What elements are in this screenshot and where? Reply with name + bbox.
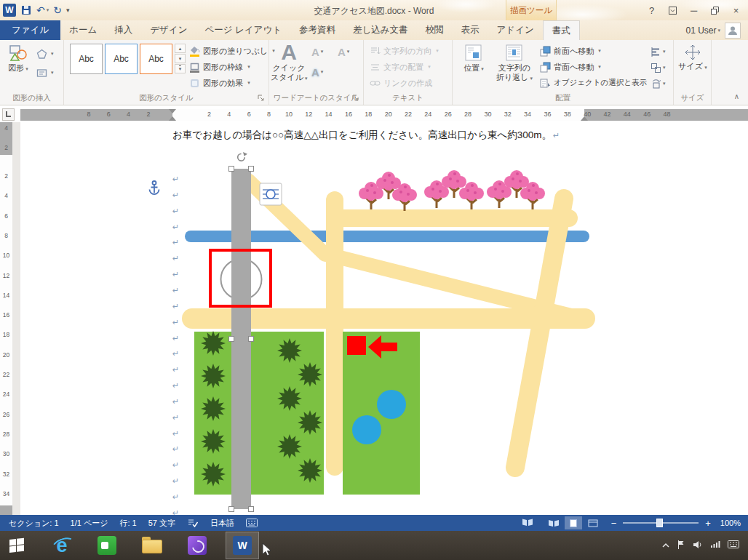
document-page[interactable]: お車でお越しの場合は○○高速△△出口をご利用ください。高速出口から東へ約300m… xyxy=(20,122,748,515)
print-layout-button[interactable] xyxy=(565,516,582,529)
touch-keyboard-icon[interactable] xyxy=(728,540,739,551)
gallery-down-button[interactable]: ▾ xyxy=(175,54,186,63)
ime-status-icon[interactable] xyxy=(240,519,263,527)
tab-file[interactable]: ファイル xyxy=(0,20,60,40)
status-page[interactable]: 1/1 ページ xyxy=(65,518,114,529)
taskbar-explorer-button[interactable] xyxy=(135,532,169,559)
resize-handle[interactable] xyxy=(229,507,234,512)
contextual-tab-header[interactable]: 描画ツール xyxy=(506,0,557,20)
shape-fill-button[interactable]: 図形の塗りつぶし▾ xyxy=(189,44,275,58)
tab-selector-button[interactable] xyxy=(2,108,15,121)
shape-style-preset-2[interactable]: Abc xyxy=(105,44,138,74)
collapse-ribbon-button[interactable]: ∧ xyxy=(734,92,739,100)
tab-表示[interactable]: 表示 xyxy=(453,20,488,40)
resize-handle[interactable] xyxy=(249,507,254,512)
book-icon[interactable] xyxy=(522,518,538,528)
start-button[interactable] xyxy=(0,531,33,560)
blue-circle-shape[interactable] xyxy=(377,390,406,419)
resize-handle[interactable] xyxy=(229,337,234,342)
hanging-indent-marker[interactable] xyxy=(169,116,176,121)
avatar[interactable] xyxy=(725,23,741,39)
blue-circle-shape[interactable] xyxy=(352,415,381,444)
ribbon-display-options-button[interactable] xyxy=(662,0,683,20)
rotate-objects-button[interactable]: ▾ xyxy=(650,75,666,92)
edit-shape-button[interactable]: ▾ xyxy=(36,46,61,62)
taskbar-purple-app-button[interactable] xyxy=(180,532,214,559)
volume-icon[interactable] xyxy=(693,540,703,551)
send-backward-button[interactable]: 背面へ移動▾ xyxy=(540,60,601,74)
action-center-flag-icon[interactable] xyxy=(677,540,685,552)
shape-effects-button[interactable]: 図形の効果▾ xyxy=(189,76,250,90)
minimize-button[interactable]: ─ xyxy=(683,0,704,20)
text-box-button[interactable]: ▾ xyxy=(36,65,61,81)
horizontal-ruler[interactable]: 8642246810121416182022242628303234363840… xyxy=(0,105,748,122)
save-button[interactable] xyxy=(20,4,32,16)
align-objects-button[interactable]: ▾ xyxy=(650,43,666,60)
spellcheck-icon[interactable] xyxy=(181,519,204,527)
tab-挿入[interactable]: 挿入 xyxy=(106,20,141,40)
text-fill-button[interactable]: A▾ xyxy=(311,43,323,60)
web-layout-button[interactable] xyxy=(584,516,602,529)
resize-handle[interactable] xyxy=(229,167,234,172)
restore-button[interactable] xyxy=(704,0,725,20)
gallery-more-button[interactable]: ▾ xyxy=(175,64,186,73)
dialog-launcher-icon[interactable] xyxy=(352,94,361,103)
zoom-slider-thumb[interactable] xyxy=(656,519,663,527)
shape-style-preset-3[interactable]: Abc xyxy=(140,44,172,74)
first-line-indent-marker[interactable] xyxy=(169,109,176,113)
text-outline-button[interactable]: A▾ xyxy=(338,43,349,60)
selected-road-shape[interactable] xyxy=(231,169,251,509)
tab-デザイン[interactable]: デザイン xyxy=(141,20,196,40)
shapes-button[interactable]: 図形▾ xyxy=(3,42,33,93)
wordart-quick-styles-button[interactable]: A クイック スタイル▾ xyxy=(271,41,307,94)
zoom-in-button[interactable]: + xyxy=(703,518,713,529)
tab-ホーム[interactable]: ホーム xyxy=(60,20,106,40)
help-button[interactable]: ? xyxy=(641,0,662,20)
hidden-icons-button[interactable] xyxy=(662,540,669,551)
zoom-slider[interactable] xyxy=(623,522,699,524)
text-direction-button[interactable]: 文字列の方向▾ xyxy=(370,44,439,58)
tab-差し込み文書[interactable]: 差し込み文書 xyxy=(344,20,417,40)
repeat-button[interactable]: ↻ xyxy=(53,4,62,16)
undo-button[interactable]: ↶▾ xyxy=(36,4,49,16)
selection-pane-button[interactable]: オブジェクトの選択と表示 xyxy=(540,76,647,90)
qat-customize-button[interactable]: ▾ xyxy=(66,7,70,14)
status-char-count[interactable]: 57 文字 xyxy=(143,518,181,529)
tab-参考資料[interactable]: 参考資料 xyxy=(290,20,344,40)
zoom-level[interactable]: 100% xyxy=(713,519,741,527)
vertical-ruler[interactable]: 42246810121416182022242628303234 xyxy=(0,122,12,515)
align-text-button[interactable]: 文字の配置▾ xyxy=(370,60,431,74)
shape-outline-button[interactable]: 図形の枠線▾ xyxy=(189,60,250,74)
status-line[interactable]: 行: 1 xyxy=(114,518,142,529)
destination-square-shape[interactable] xyxy=(347,336,366,355)
create-link-button[interactable]: リンクの作成 xyxy=(370,76,432,90)
rotate-handle-icon[interactable] xyxy=(238,152,247,161)
taskbar-ie-button[interactable]: e xyxy=(45,532,79,559)
taskbar-green-app-button[interactable] xyxy=(90,532,124,559)
tab-ページ レイアウト[interactable]: ページ レイアウト xyxy=(196,20,290,40)
network-icon[interactable] xyxy=(710,540,720,551)
group-objects-button[interactable]: ▾ xyxy=(650,59,666,76)
wrap-text-button[interactable]: 文字列の 折り返し▾ xyxy=(493,42,536,96)
tab-format[interactable]: 書式 xyxy=(543,20,580,40)
layout-options-button[interactable] xyxy=(260,183,282,205)
taskbar-word-button[interactable]: W xyxy=(226,532,259,559)
gallery-up-button[interactable]: ▴ xyxy=(175,44,186,53)
shape-style-preset-1[interactable]: Abc xyxy=(70,44,103,74)
read-mode-button[interactable] xyxy=(545,516,562,529)
tab-校閲[interactable]: 校閲 xyxy=(417,20,453,40)
status-section[interactable]: セクション: 1 xyxy=(3,518,65,529)
zoom-out-button[interactable]: − xyxy=(609,518,619,529)
cherry-trees[interactable] xyxy=(359,170,545,211)
resize-handle[interactable] xyxy=(249,337,254,342)
text-effects-button[interactable]: A▾ xyxy=(311,63,323,81)
size-button[interactable]: サイズ▾ xyxy=(676,42,709,93)
tab-アドイン[interactable]: アドイン xyxy=(488,20,543,40)
status-language[interactable]: 日本語 xyxy=(204,518,240,529)
account-button[interactable]: 01 User ▾ xyxy=(685,20,748,40)
close-button[interactable]: × xyxy=(725,0,747,20)
position-button[interactable]: 位置▾ xyxy=(457,42,490,93)
dialog-launcher-icon[interactable] xyxy=(258,94,266,103)
bring-forward-button[interactable]: 前面へ移動▾ xyxy=(540,44,601,58)
resize-handle[interactable] xyxy=(249,167,254,172)
